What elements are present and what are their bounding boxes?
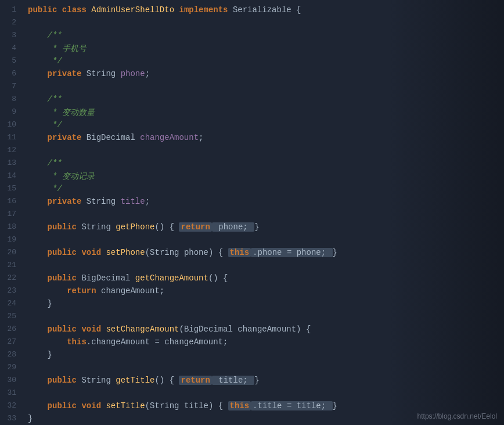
line-content: [23, 210, 504, 219]
line-content: */: [23, 120, 504, 129]
line-content: public void setTitle(String title) { thi…: [23, 401, 504, 410]
line-number: 25: [0, 312, 23, 320]
code-line: 10 */: [0, 120, 504, 132]
code-line: 1public class AdminUserShellDto implemen…: [0, 5, 504, 17]
line-number: 7: [0, 82, 23, 91]
line-content: */: [23, 56, 504, 66]
code-line: 15 */: [0, 183, 504, 196]
code-editor: 1public class AdminUserShellDto implemen…: [0, 0, 504, 425]
code-line: 13 /**: [0, 158, 504, 171]
line-content: * 手机号: [23, 44, 504, 54]
line-content: [23, 82, 504, 91]
line-number: 21: [0, 261, 23, 269]
code-line: 28 }: [0, 350, 504, 362]
line-content: [23, 388, 504, 398]
line-number: 16: [0, 197, 23, 206]
line-number: 3: [0, 31, 23, 39]
code-line: 26 public void setChangeAmount(BigDecima…: [0, 324, 504, 337]
code-line: 32 public void setTitle(String title) { …: [0, 401, 504, 413]
line-number: 28: [0, 350, 23, 359]
code-line: 4 * 手机号: [0, 43, 504, 56]
code-line: 16 private String title;: [0, 196, 504, 209]
code-line: 25: [0, 311, 504, 324]
line-content: public String getPhone() { return phone;…: [23, 222, 504, 232]
line-content: public BigDecimal getChangeAmount() {: [23, 273, 504, 283]
code-line: 23 return changeAmount;: [0, 286, 504, 298]
line-number: 8: [0, 95, 23, 103]
code-line: 3 /**: [0, 30, 504, 43]
code-line: 31: [0, 388, 504, 401]
code-line: 7: [0, 81, 504, 94]
line-content: [23, 235, 504, 244]
code-line: 5 */: [0, 56, 504, 69]
line-content: /**: [23, 31, 504, 40]
line-content: [23, 261, 504, 270]
code-line: 22 public BigDecimal getChangeAmount() {: [0, 273, 504, 286]
line-content: [23, 363, 504, 372]
line-content: private String title;: [23, 197, 504, 206]
code-line: 29: [0, 362, 504, 375]
code-line: 8 /**: [0, 94, 504, 107]
line-number: 17: [0, 210, 23, 218]
line-number: 26: [0, 325, 23, 333]
line-number: 6: [0, 69, 23, 78]
line-content: /**: [23, 159, 504, 168]
code-line: 20 public void setPhone(String phone) { …: [0, 247, 504, 260]
line-content: public void setChangeAmount(BigDecimal c…: [23, 325, 504, 334]
line-number: 12: [0, 146, 23, 154]
line-content: public void setPhone(String phone) { thi…: [23, 248, 504, 257]
line-number: 9: [0, 107, 23, 116]
line-content: private String phone;: [23, 69, 504, 78]
line-number: 32: [0, 401, 23, 410]
code-lines: 1public class AdminUserShellDto implemen…: [0, 5, 504, 425]
line-content: * 变动数量: [23, 107, 504, 118]
line-content: [23, 18, 504, 27]
line-content: [23, 146, 504, 155]
line-number: 23: [0, 286, 23, 295]
line-number: 4: [0, 44, 23, 52]
code-line: 2: [0, 17, 504, 30]
code-line: 17: [0, 209, 504, 222]
line-number: 2: [0, 18, 23, 27]
line-number: 31: [0, 388, 23, 397]
line-number: 20: [0, 248, 23, 257]
line-number: 22: [0, 273, 23, 282]
line-number: 13: [0, 159, 23, 167]
code-line: 12: [0, 145, 504, 158]
code-line: 24 }: [0, 298, 504, 311]
line-content: return changeAmount;: [23, 286, 504, 296]
code-line: 14 * 变动记录: [0, 171, 504, 183]
watermark-text: https://blog.csdn.net/Eelol: [417, 412, 497, 420]
line-number: 30: [0, 376, 23, 384]
line-content: /**: [23, 95, 504, 104]
line-number: 15: [0, 184, 23, 193]
line-number: 19: [0, 235, 23, 244]
code-line: 27 this.changeAmount = changeAmount;: [0, 337, 504, 350]
line-content: public String getTitle() { return title;…: [23, 376, 504, 385]
line-number: 5: [0, 56, 23, 65]
line-number: 27: [0, 337, 23, 346]
line-content: [23, 312, 504, 321]
line-content: this.changeAmount = changeAmount;: [23, 337, 504, 347]
code-line: 18 public String getPhone() { return pho…: [0, 222, 504, 235]
line-content: */: [23, 184, 504, 193]
code-line: 30 public String getTitle() { return tit…: [0, 375, 504, 388]
code-line: 19: [0, 235, 504, 247]
line-number: 29: [0, 363, 23, 372]
line-number: 24: [0, 299, 23, 308]
line-number: 14: [0, 171, 23, 180]
code-line: 21: [0, 260, 504, 273]
code-line: 11 private BigDecimal changeAmount;: [0, 132, 504, 145]
line-number: 10: [0, 120, 23, 129]
line-content: private BigDecimal changeAmount;: [23, 133, 504, 142]
line-content: public class AdminUserShellDto implement…: [23, 5, 504, 15]
line-number: 33: [0, 414, 23, 423]
line-number: 18: [0, 222, 23, 231]
line-content: }: [23, 299, 504, 308]
line-content: * 变动记录: [23, 171, 504, 182]
line-content: }: [23, 350, 504, 359]
line-number: 1: [0, 5, 23, 14]
line-number: 11: [0, 133, 23, 142]
code-line: 6 private String phone;: [0, 69, 504, 81]
code-line: 9 * 变动数量: [0, 107, 504, 120]
